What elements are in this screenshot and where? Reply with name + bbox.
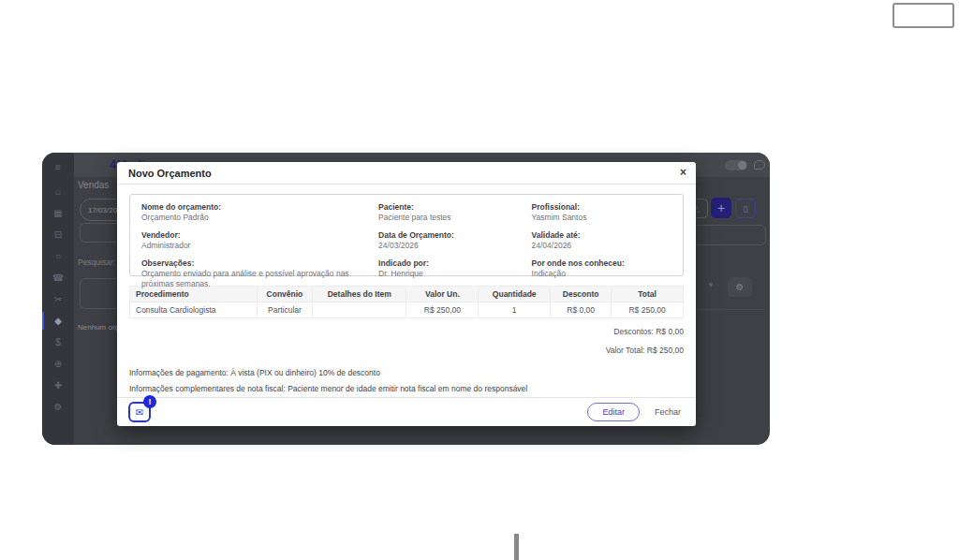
modal-footer: ✉ ! Editar Fechar: [117, 397, 696, 426]
popup-box: [893, 3, 954, 28]
note-line: Informações complementares de nota fisca…: [129, 384, 684, 393]
toolbar-panel: [688, 225, 766, 245]
info-field: Por onde nos conheceu:Indicação: [532, 258, 671, 289]
field-value: Dr. Henrique: [378, 269, 518, 279]
theme-toggle[interactable]: [725, 160, 747, 170]
toggle-knob-icon: [738, 161, 746, 169]
items-table: ProcedimentoConvênioDetalhes do ItemValo…: [129, 286, 684, 318]
field-label: Por onde nos conheceu:: [532, 258, 671, 269]
info-field: Observações:Orçamento enviado para análi…: [141, 258, 365, 289]
send-email-button[interactable]: ✉ !: [128, 402, 151, 422]
field-value: Yasmim Santos: [532, 213, 671, 223]
calendar-icon: ▦: [53, 209, 62, 218]
health-icon: ✚: [54, 381, 62, 391]
plus-icon: +: [717, 200, 725, 215]
field-label: Profissional:: [532, 202, 671, 213]
modal-title: Novo Orçamento: [128, 168, 212, 179]
note-line: Informações de pagamento: À vista (PIX o…: [129, 368, 684, 377]
filter-caret-icon[interactable]: ▼: [707, 281, 715, 289]
field-value: Orçamento enviado para análise e possíve…: [141, 269, 365, 289]
table-cell: 1: [479, 302, 551, 318]
sidebar-item-health[interactable]: ✚: [42, 375, 74, 396]
info-field: Validade até:24/04/2026: [532, 230, 671, 251]
add-button[interactable]: +: [711, 198, 731, 218]
tag-icon: ◆: [54, 317, 62, 326]
sidebar-item-tag[interactable]: ◆: [42, 310, 74, 332]
field-value: Indicação: [532, 269, 671, 279]
field-value: 24/04/2026: [532, 241, 671, 251]
document-button[interactable]: ▯: [735, 199, 756, 218]
notes-block: Informações de pagamento: À vista (PIX o…: [129, 368, 684, 393]
table-cell: R$ 250,00: [406, 302, 479, 318]
settings-button[interactable]: ⚙: [728, 277, 752, 297]
info-field: Data de Orçamento:24/03/2026: [378, 230, 518, 251]
menu-icon: ≡: [55, 163, 61, 172]
close-icon[interactable]: ×: [680, 166, 686, 179]
sidebar-item-calendar[interactable]: ▦: [42, 202, 74, 224]
patients-icon: ○: [55, 252, 61, 261]
gear-icon: ⚙: [736, 282, 745, 292]
table-cell: R$ 0,00: [551, 302, 612, 318]
home-icon: ⌂: [55, 187, 61, 197]
field-label: Validade até:: [532, 230, 671, 241]
sidebar-item-menu[interactable]: ≡: [42, 156, 74, 178]
envelope-icon: ✉: [136, 407, 143, 418]
field-label: Vendedor:: [141, 230, 365, 241]
alert-badge: !: [143, 395, 156, 408]
transport-icon: ⊟: [54, 230, 62, 240]
sidebar: ≡⌂▦⊟○☎✂◆$⊕✚⚙: [42, 153, 74, 445]
phone-icon: ☎: [52, 273, 64, 283]
field-label: Indicado por:: [378, 258, 518, 269]
settings-icon: ⚙: [54, 403, 63, 412]
finance-icon: $: [55, 338, 61, 347]
field-value: Orçamento Padrão: [141, 213, 365, 223]
field-value: Paciente para testes: [378, 213, 518, 223]
fechar-button[interactable]: Fechar: [655, 407, 681, 417]
table-cell: R$ 250,00: [612, 302, 684, 318]
field-label: Observações:: [141, 258, 365, 269]
sidebar-item-patients[interactable]: ○: [42, 245, 74, 267]
page-title: Vendas: [78, 180, 109, 190]
info-field: Vendedor:Administrador: [141, 230, 365, 251]
sidebar-item-web[interactable]: ⊕: [42, 353, 74, 375]
modal-header: Novo Orçamento ×: [117, 162, 696, 184]
field-value: Administrador: [141, 241, 365, 251]
web-icon: ⊕: [54, 360, 62, 369]
info-field: Profissional:Yasmim Santos: [532, 202, 671, 223]
info-field: Indicado por:Dr. Henrique: [378, 258, 518, 289]
field-value: 24/03/2026: [378, 241, 518, 251]
text-caret: [514, 534, 519, 560]
document-icon: ▯: [744, 204, 748, 214]
summary-line: Descontos: R$ 0,00: [129, 327, 684, 336]
info-field: Paciente:Paciente para testes: [378, 202, 518, 223]
sidebar-item-home[interactable]: ⌂: [42, 181, 74, 202]
info-field: Nome do orçamento:Orçamento Padrão: [141, 202, 365, 223]
sidebar-item-phone[interactable]: ☎: [42, 267, 74, 288]
field-label: Data de Orçamento:: [378, 230, 518, 241]
modal-body: Nome do orçamento:Orçamento PadrãoPacien…: [117, 184, 696, 393]
table-cell: Particular: [257, 302, 312, 318]
footer-actions: Editar Fechar: [587, 403, 685, 421]
sidebar-item-scissors[interactable]: ✂: [42, 288, 74, 310]
sidebar-item-transport[interactable]: ⊟: [42, 224, 74, 245]
table-cell: Consulta Cardiologista: [130, 302, 258, 318]
summary-line: Valor Total: R$ 250,00: [129, 346, 684, 355]
sidebar-item-finance[interactable]: $: [42, 332, 74, 353]
screen: 4Medic ? ≡⌂▦⊟○☎✂◆$⊕✚⚙ Vendas 17/03/2026 …: [0, 0, 959, 560]
table-cell: [313, 302, 406, 318]
quote-info-panel: Nome do orçamento:Orçamento PadrãoPacien…: [129, 194, 684, 276]
totals-summary: Descontos: R$ 0,00Valor Total: R$ 250,00: [129, 327, 684, 355]
chat-icon[interactable]: [754, 160, 765, 169]
sidebar-item-settings[interactable]: ⚙: [42, 396, 74, 418]
novo-orcamento-modal: Novo Orçamento × Nome do orçamento:Orçam…: [117, 162, 696, 426]
editar-button[interactable]: Editar: [587, 403, 640, 421]
field-label: Paciente:: [378, 202, 518, 213]
scissors-icon: ✂: [54, 295, 62, 304]
table-row: Consulta CardiologistaParticularR$ 250,0…: [130, 302, 684, 318]
search-label: Pesquisar:: [78, 258, 115, 267]
divider: [688, 309, 766, 310]
field-label: Nome do orçamento:: [141, 202, 365, 213]
